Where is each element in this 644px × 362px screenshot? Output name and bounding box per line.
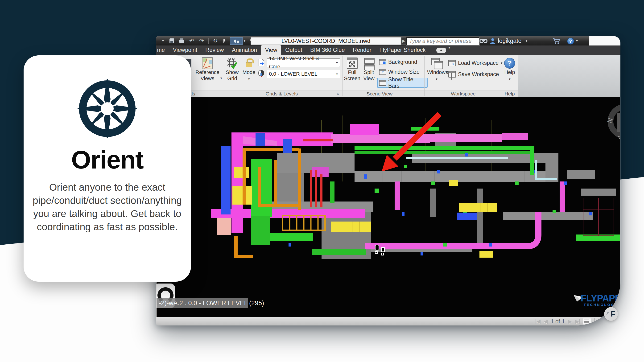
- paper-plane-icon: [573, 294, 580, 302]
- grid-icon: [224, 57, 240, 69]
- group-label-workspace: Workspace: [428, 91, 498, 97]
- save-icon[interactable]: [167, 36, 176, 46]
- full-screen-icon: [344, 57, 361, 69]
- title-next-button[interactable]: ▶: [401, 37, 406, 45]
- minimize-button[interactable]: –: [602, 36, 606, 44]
- help-icon[interactable]: ?: [567, 38, 574, 44]
- toolbar-separator: [563, 38, 563, 44]
- mode-button[interactable]: Mode ▾: [242, 57, 256, 82]
- brand-line2: TECHNOLOGIES: [584, 302, 620, 306]
- card-body: Orient anyone to the exact pipe/conduit/…: [32, 181, 182, 234]
- ribbon-options-caret-icon[interactable]: ▾: [448, 43, 450, 52]
- map-icon: [194, 57, 221, 69]
- cart-icon[interactable]: [552, 38, 560, 45]
- navigation-wheel[interactable]: N E W: [600, 99, 620, 146]
- group-label-help: Help: [496, 91, 524, 97]
- reference-views-button[interactable]: Reference Views ▾: [194, 57, 221, 82]
- ribbon: ds Reference Views ▾: [156, 55, 620, 97]
- full-screen-button[interactable]: Full Screen: [344, 57, 361, 82]
- help-caret-icon[interactable]: ▾: [576, 36, 578, 46]
- fab-letter: F: [611, 310, 616, 318]
- pager-separator: [594, 318, 594, 324]
- help-icon: ?: [504, 58, 515, 68]
- windows-caret-icon[interactable]: ▾: [436, 76, 437, 82]
- flypaper-fab-button[interactable]: F: [604, 307, 618, 321]
- background-button[interactable]: ▦ Background: [379, 58, 417, 66]
- grid-system-dropdown[interactable]: 14-UND-West-Shell & Core-...▾: [267, 58, 340, 67]
- level-dropdown[interactable]: 0.0 - LOWER LEVEL▾: [267, 70, 340, 78]
- help-caret-icon[interactable]: ▾: [509, 76, 510, 82]
- first-page-button[interactable]: ◀: [536, 317, 540, 326]
- tab-home-partial[interactable]: me: [156, 45, 169, 55]
- walk-mode-caret-icon[interactable]: ▾: [244, 36, 246, 46]
- group-separator: [424, 56, 424, 96]
- window-size-label: Window Size: [388, 69, 420, 75]
- tab-view[interactable]: View: [261, 45, 281, 55]
- save-workspace-button[interactable]: Save Workspace: [448, 70, 499, 78]
- tab-bim360glue[interactable]: BIM 360 Glue: [306, 45, 349, 55]
- level-icon[interactable]: [258, 70, 265, 78]
- full-screen-label: Full Screen: [344, 69, 361, 82]
- show-title-bars-button[interactable]: Show Title Bars: [377, 78, 428, 88]
- card-title: Orient: [24, 145, 191, 174]
- username[interactable]: logikgate: [498, 36, 522, 46]
- background-label: Background: [388, 59, 417, 65]
- ribbon-tabs: me Viewpoint Review Animation View Outpu…: [156, 46, 620, 55]
- page-indicator: 1 of 1: [551, 318, 565, 325]
- tab-output[interactable]: Output: [281, 45, 306, 55]
- search-input[interactable]: Type a keyword or phrase: [406, 37, 480, 45]
- help-button[interactable]: ? Help ▾: [503, 57, 516, 82]
- brand-line1: FLYPAPER: [580, 294, 620, 302]
- refresh-icon[interactable]: ↻: [211, 36, 220, 46]
- walk-cursor-icon: [375, 245, 385, 256]
- app-window: ▾ ↶ ↷ ↻ ▾ LVL0-WEST-COORD_MODEL.nwd ▶ Ty…: [156, 36, 620, 326]
- pager: ◀ ◀ 1 of 1 ▶ ▶: [536, 317, 594, 326]
- show-grid-label: Show Grid: [224, 69, 240, 82]
- load-workspace-icon: ➜: [448, 60, 456, 66]
- ribbon-empty-area: [518, 55, 620, 97]
- group-separator: [502, 56, 502, 96]
- undo-icon[interactable]: ↶: [187, 36, 196, 46]
- show-title-bars-label: Show Title Bars: [388, 76, 426, 89]
- group-label-scene-view: Scene View: [344, 91, 415, 97]
- window-size-button[interactable]: ↗ Window Size: [379, 68, 420, 76]
- document-title: LVL0-WEST-COORD_MODEL.nwd: [250, 37, 401, 45]
- viewpoint-list-icon[interactable]: [583, 318, 591, 325]
- help-label: Help: [503, 69, 516, 76]
- mode-caret-icon[interactable]: ▾: [248, 76, 250, 82]
- select-cursor-icon[interactable]: [220, 36, 229, 46]
- last-page-button[interactable]: ▶: [575, 317, 580, 326]
- compass-rose-icon: [78, 79, 137, 138]
- tab-render[interactable]: Render: [349, 45, 376, 55]
- load-workspace-label: Load Workspace: [458, 60, 498, 66]
- windows-button[interactable]: Windows ▾: [427, 57, 446, 82]
- toolbar-customize-caret-icon[interactable]: ▾: [162, 36, 164, 46]
- binoculars-icon[interactable]: [480, 38, 488, 44]
- flypaper-logo: FLYPAPER TECHNOLOGIES: [573, 294, 620, 306]
- lock-icon: [242, 57, 256, 69]
- show-grid-button[interactable]: Show Grid: [224, 57, 240, 82]
- split-view-button[interactable]: Split View ▾: [362, 57, 376, 82]
- previous-page-button[interactable]: ◀: [543, 317, 548, 326]
- footprint-icon: [234, 40, 236, 43]
- windows-icon: [427, 57, 446, 69]
- footprint-icon: [237, 40, 239, 43]
- save-workspace-icon: [448, 71, 456, 78]
- scene-viewport[interactable]: N E W -2)-wA.2 : 0.0 - LOWER LEVEL (295)…: [156, 97, 620, 317]
- next-page-button[interactable]: ▶: [568, 317, 572, 326]
- fab-needle-icon: [606, 312, 609, 316]
- tab-flypaper-sherlock[interactable]: FlyPaper Sherlock: [376, 45, 430, 55]
- tab-animation[interactable]: Animation: [228, 45, 261, 55]
- redo-icon[interactable]: ↷: [197, 36, 206, 46]
- sheet-icon[interactable]: [258, 58, 265, 68]
- print-icon[interactable]: [177, 36, 186, 46]
- user-caret-icon[interactable]: ▾: [526, 36, 527, 46]
- tab-review[interactable]: Review: [201, 45, 228, 55]
- grids-dialog-launcher-icon[interactable]: ↘: [336, 91, 339, 96]
- ribbon-collapse-button[interactable]: [436, 48, 446, 53]
- reference-views-caret-icon[interactable]: ▾: [220, 75, 222, 81]
- walk-mode-button[interactable]: [230, 37, 243, 45]
- bim-model-drawing: [199, 111, 620, 262]
- tab-viewpoint[interactable]: Viewpoint: [169, 45, 201, 55]
- load-workspace-button[interactable]: ➜ Load Workspace ▾: [448, 59, 502, 67]
